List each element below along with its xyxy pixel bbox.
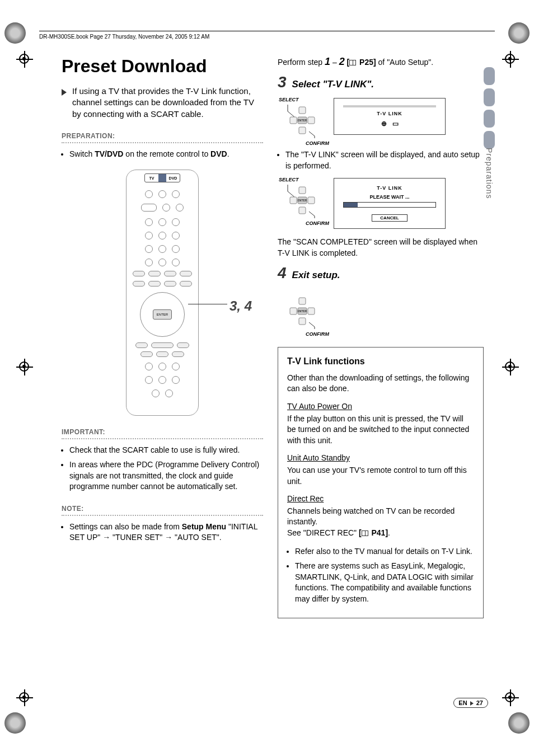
remote-dpad bbox=[140, 292, 185, 337]
monitor-icon: ▭ bbox=[392, 120, 399, 128]
left-column: Preset Download If using a TV that provi… bbox=[62, 56, 263, 618]
enter-label: ENTER bbox=[298, 119, 307, 122]
page-title: Preset Download bbox=[62, 56, 263, 77]
step-3-diagram-2: SELECT ENTER CONFIRM T-V LINK bbox=[281, 178, 484, 229]
text: TV/DVD bbox=[95, 149, 123, 158]
note-item: Settings can also be made from Setup Men… bbox=[69, 522, 263, 543]
progress-bar bbox=[343, 202, 436, 208]
svg-rect-6 bbox=[299, 207, 306, 214]
page-ref: [ P25] bbox=[347, 58, 376, 67]
tv-label: TV bbox=[145, 174, 158, 182]
mini-dpad: SELECT ENTER CONFIRM bbox=[281, 178, 322, 225]
screen-subtitle: PLEASE WAIT ... bbox=[340, 194, 439, 200]
confirm-label: CONFIRM bbox=[306, 140, 329, 146]
svg-rect-5 bbox=[299, 187, 306, 194]
dvd-label: DVD bbox=[166, 174, 180, 182]
book-icon bbox=[349, 60, 356, 65]
text: Switch bbox=[69, 149, 95, 158]
svg-rect-11 bbox=[299, 298, 306, 304]
preparation-item: Switch TV/DVD on the remote control to D… bbox=[69, 149, 263, 160]
text: DVD bbox=[210, 149, 227, 158]
mini-dpad: ENTER CONFIRM bbox=[281, 289, 322, 336]
cancel-label: CANCEL bbox=[372, 214, 407, 222]
side-tabs bbox=[484, 67, 495, 149]
screen-title: T-V LINK bbox=[340, 111, 439, 116]
lang: EN bbox=[458, 699, 467, 706]
step-title: Exit setup. bbox=[292, 270, 340, 281]
text: . bbox=[227, 149, 229, 158]
corner-ornament bbox=[508, 22, 530, 44]
svg-rect-0 bbox=[299, 107, 306, 114]
callout-line bbox=[188, 304, 227, 304]
step-title: Select "T-V LINK". bbox=[292, 79, 374, 90]
triangle-icon bbox=[470, 701, 474, 706]
tvlink-subhead: Unit Auto Standby bbox=[287, 453, 474, 464]
callout-4: 4 bbox=[245, 298, 252, 313]
page-number-badge: EN 27 bbox=[453, 698, 488, 708]
side-section-label: Preparations bbox=[485, 148, 494, 199]
select-label: SELECT bbox=[279, 177, 299, 182]
page-ref-text: P41] bbox=[369, 528, 388, 537]
content: Preset Download If using a TV that provi… bbox=[28, 22, 506, 618]
step-4-row: 4 Exit setup. bbox=[278, 264, 484, 282]
svg-rect-14 bbox=[308, 308, 315, 314]
text: Perform step bbox=[278, 58, 325, 67]
tv-dvd-switch: TV DVD bbox=[144, 173, 180, 182]
dotted-rule bbox=[62, 142, 263, 143]
preparation-list: Switch TV/DVD on the remote control to D… bbox=[62, 149, 263, 160]
text: of "Auto Setup". bbox=[376, 58, 434, 67]
remote-callout-label: 3, 4 bbox=[229, 298, 252, 314]
screen-icons: ⊕ ▭ bbox=[340, 120, 439, 128]
text: See "DIRECT REC" bbox=[287, 528, 359, 537]
crop-mark bbox=[505, 54, 515, 64]
tvlink-text: Channels being watched on TV can be reco… bbox=[287, 506, 474, 528]
page-number: 27 bbox=[476, 699, 483, 706]
intro-row: If using a TV that provides the T-V Link… bbox=[62, 86, 263, 120]
important-label: IMPORTANT: bbox=[62, 428, 263, 436]
remote-illustration: TV DVD bbox=[90, 170, 235, 416]
dotted-rule bbox=[62, 438, 263, 439]
running-header: DR-MH300SE.book Page 27 Thursday, Novemb… bbox=[39, 31, 495, 40]
page-ref: [ P41] bbox=[359, 528, 388, 537]
text: The "T-V LINK" screen will be displayed,… bbox=[285, 149, 484, 171]
note-label: NOTE: bbox=[62, 505, 263, 513]
corner-ornament bbox=[4, 712, 26, 734]
svg-rect-12 bbox=[299, 318, 306, 325]
text: Setup Menu bbox=[182, 522, 226, 531]
tvlink-subhead: TV Auto Power On bbox=[287, 401, 474, 412]
tvlink-bullets: Refer also to the TV manual for details … bbox=[287, 546, 474, 604]
confirm-label: CONFIRM bbox=[306, 331, 329, 337]
select-label: SELECT bbox=[279, 97, 299, 102]
tv-link-functions-box: T-V Link functions Other than the downlo… bbox=[278, 347, 484, 618]
step-ref-1: 1 bbox=[325, 56, 330, 67]
switch-slider bbox=[158, 174, 166, 182]
tvlink-bullet: There are systems such as EasyLink, Mega… bbox=[295, 561, 474, 604]
side-tab bbox=[484, 110, 495, 128]
remote-body: TV DVD bbox=[126, 170, 199, 416]
right-column: Perform step 1 – 2 [ P25] of "Auto Setup… bbox=[278, 56, 484, 618]
page-ref-text: P25] bbox=[357, 58, 376, 67]
side-tab bbox=[484, 88, 495, 106]
text: . bbox=[388, 528, 390, 537]
page: DR-MH300SE.book Page 27 Thursday, Novemb… bbox=[0, 0, 534, 756]
tvlink-text: You can use your TV's remote control to … bbox=[287, 465, 474, 487]
perform-step: Perform step 1 – 2 [ P25] of "Auto Setup… bbox=[278, 56, 484, 68]
svg-rect-7 bbox=[290, 197, 297, 204]
step-number: 4 bbox=[278, 264, 287, 282]
crop-mark bbox=[505, 361, 515, 372]
crop-mark bbox=[19, 692, 29, 702]
side-tab bbox=[484, 131, 495, 149]
tvlink-bullet: Refer also to the TV manual for details … bbox=[295, 546, 474, 557]
tvlink-heading: T-V Link functions bbox=[287, 355, 474, 368]
callout-comma: , bbox=[237, 298, 241, 313]
svg-rect-3 bbox=[308, 117, 315, 124]
confirm-label: CONFIRM bbox=[306, 220, 329, 226]
crop-mark bbox=[19, 361, 29, 372]
mini-dpad: SELECT ENTER CONFIRM bbox=[281, 98, 322, 145]
scan-complete-text: The "SCAN COMPLETED" screen will be disp… bbox=[278, 237, 484, 259]
preparation-label: PREPARATION: bbox=[62, 132, 263, 140]
step-3-note: The "T-V LINK" screen will be displayed,… bbox=[278, 149, 484, 171]
svg-rect-1 bbox=[299, 127, 306, 134]
step-4-diagram: ENTER CONFIRM bbox=[281, 289, 484, 336]
book-icon bbox=[362, 530, 368, 536]
